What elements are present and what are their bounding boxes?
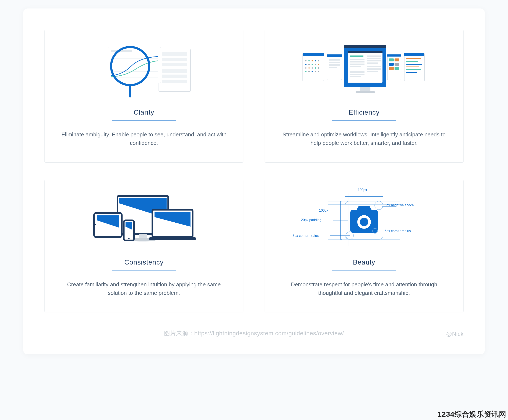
svg-rect-3 bbox=[162, 63, 187, 66]
svg-rect-16 bbox=[303, 53, 324, 56]
anno-left-height: 100px bbox=[319, 209, 328, 212]
card-divider bbox=[112, 120, 176, 120]
svg-rect-6 bbox=[162, 80, 187, 83]
anno-corner-radius-left: 8px corner radius bbox=[293, 234, 319, 238]
svg-rect-70 bbox=[367, 60, 381, 61]
svg-rect-66 bbox=[350, 64, 364, 65]
svg-rect-2 bbox=[162, 58, 187, 61]
svg-rect-63 bbox=[350, 55, 363, 57]
svg-point-34 bbox=[312, 71, 313, 72]
efficiency-illustration bbox=[278, 38, 450, 102]
card-divider bbox=[332, 270, 396, 270]
svg-rect-88 bbox=[149, 237, 196, 240]
card-description: Eliminate ambiguity. Enable people to se… bbox=[61, 130, 227, 147]
svg-point-25 bbox=[315, 64, 316, 65]
svg-point-26 bbox=[318, 64, 319, 65]
svg-point-20 bbox=[315, 60, 316, 61]
svg-point-33 bbox=[308, 71, 310, 72]
svg-rect-8 bbox=[111, 50, 132, 52]
svg-rect-65 bbox=[350, 61, 364, 62]
svg-rect-57 bbox=[389, 67, 394, 70]
svg-rect-44 bbox=[404, 53, 424, 56]
svg-rect-54 bbox=[395, 59, 399, 61]
anno-padding: 20px padding bbox=[301, 218, 321, 222]
svg-point-30 bbox=[315, 67, 316, 69]
svg-point-19 bbox=[312, 60, 313, 61]
svg-point-18 bbox=[308, 60, 310, 61]
svg-point-22 bbox=[305, 64, 307, 65]
svg-point-101 bbox=[375, 201, 383, 210]
card-beauty: 100px 100px 20px padding 8px corner radi… bbox=[265, 180, 464, 313]
svg-point-84 bbox=[95, 224, 96, 225]
svg-rect-52 bbox=[387, 54, 401, 57]
author-credit: @Nick bbox=[446, 331, 464, 338]
svg-rect-78 bbox=[360, 87, 370, 91]
svg-point-28 bbox=[308, 67, 310, 69]
page-container: Clarity Eliminate ambiguity. Enable peop… bbox=[23, 8, 485, 354]
svg-point-86 bbox=[128, 238, 130, 239]
svg-rect-68 bbox=[367, 55, 381, 57]
watermark: 1234综合娱乐资讯网 bbox=[437, 409, 506, 419]
card-title: Clarity bbox=[133, 108, 154, 116]
svg-rect-53 bbox=[389, 59, 394, 61]
card-title: Beauty bbox=[353, 258, 375, 266]
svg-rect-74 bbox=[367, 71, 378, 72]
svg-rect-60 bbox=[344, 45, 386, 48]
svg-rect-76 bbox=[350, 74, 364, 75]
svg-rect-77 bbox=[350, 76, 361, 77]
card-divider bbox=[112, 270, 176, 270]
card-efficiency: Efficiency Streamline and optimize workf… bbox=[265, 30, 464, 163]
svg-rect-81 bbox=[139, 234, 147, 239]
svg-rect-73 bbox=[367, 68, 381, 70]
svg-point-21 bbox=[318, 60, 319, 61]
svg-rect-39 bbox=[329, 59, 340, 60]
principle-grid: Clarity Eliminate ambiguity. Enable peop… bbox=[44, 30, 464, 312]
svg-rect-75 bbox=[350, 71, 364, 73]
svg-rect-67 bbox=[350, 66, 361, 67]
svg-point-27 bbox=[305, 67, 307, 69]
card-divider bbox=[332, 120, 396, 120]
svg-rect-4 bbox=[162, 69, 187, 73]
caption-url: https://lightningdesignsystem.com/guidel… bbox=[194, 330, 344, 337]
card-description: Demonstrate respect for people's time an… bbox=[281, 280, 447, 297]
svg-rect-55 bbox=[389, 63, 394, 66]
svg-point-36 bbox=[318, 71, 319, 72]
card-consistency: Consistency Create familiarity and stren… bbox=[44, 180, 243, 313]
svg-rect-64 bbox=[350, 59, 364, 60]
svg-rect-41 bbox=[329, 64, 340, 66]
svg-point-31 bbox=[318, 67, 319, 69]
consistency-illustration bbox=[58, 188, 230, 252]
svg-rect-5 bbox=[162, 75, 187, 78]
card-title: Consistency bbox=[124, 258, 163, 266]
clarity-illustration bbox=[58, 38, 230, 102]
svg-rect-15 bbox=[303, 53, 324, 81]
svg-rect-71 bbox=[367, 62, 378, 64]
svg-rect-79 bbox=[356, 91, 375, 93]
svg-rect-1 bbox=[162, 52, 187, 56]
image-source-caption: 图片来源：https://lightningdesignsystem.com/g… bbox=[164, 329, 344, 338]
caption-row: 图片来源：https://lightningdesignsystem.com/g… bbox=[44, 329, 464, 338]
svg-point-29 bbox=[312, 67, 313, 69]
svg-rect-14 bbox=[129, 85, 131, 98]
svg-point-23 bbox=[308, 64, 310, 65]
svg-rect-40 bbox=[329, 62, 340, 63]
svg-point-32 bbox=[305, 71, 307, 72]
card-description: Streamline and optimize workflows. Intel… bbox=[281, 130, 447, 147]
svg-rect-56 bbox=[395, 63, 399, 66]
anno-top-width: 100px bbox=[358, 188, 367, 192]
card-description: Create familiarity and strengthen intuit… bbox=[61, 280, 227, 297]
caption-prefix: 图片来源： bbox=[164, 330, 194, 337]
svg-rect-72 bbox=[367, 66, 381, 67]
svg-rect-69 bbox=[367, 58, 381, 59]
svg-rect-62 bbox=[348, 51, 383, 53]
beauty-illustration: 100px 100px 20px padding 8px corner radi… bbox=[278, 188, 450, 252]
anno-corner-radius-right: 6px corner radius bbox=[385, 229, 411, 233]
svg-point-100 bbox=[360, 218, 368, 226]
svg-point-24 bbox=[312, 64, 313, 65]
card-title: Efficiency bbox=[349, 108, 380, 116]
svg-point-35 bbox=[315, 71, 316, 72]
svg-rect-58 bbox=[395, 67, 399, 70]
svg-rect-38 bbox=[327, 54, 342, 57]
card-clarity: Clarity Eliminate ambiguity. Enable peop… bbox=[44, 30, 243, 163]
svg-point-17 bbox=[305, 60, 307, 61]
